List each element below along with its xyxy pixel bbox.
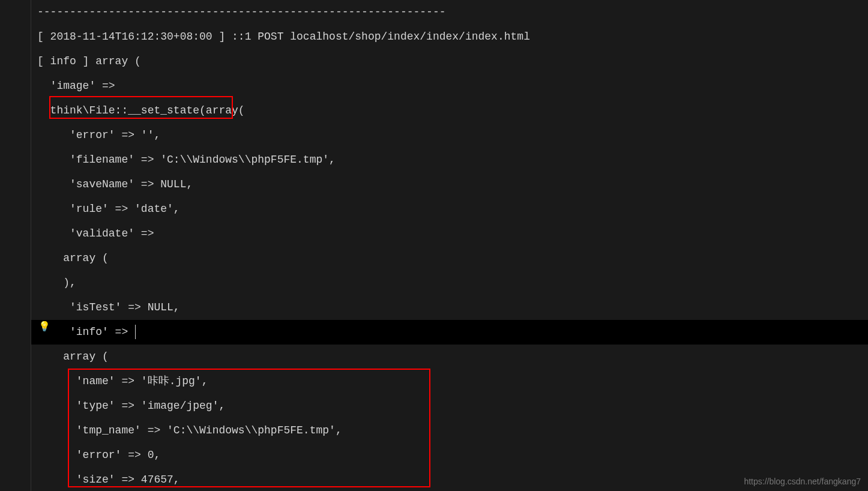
code-line: 'type' => 'image/jpeg', [37, 394, 868, 418]
log-savename: 'saveName' => NULL, [37, 178, 193, 190]
log-image-key: 'image' => [37, 80, 121, 92]
watermark-text: https://blog.csdn.net/fangkang7 [744, 477, 861, 486]
code-line: ----------------------------------------… [37, 0, 868, 25]
log-validate-close: ), [37, 277, 76, 289]
log-error-empty: 'error' => '', [37, 129, 160, 141]
code-area[interactable]: ----------------------------------------… [31, 0, 868, 491]
log-request-line: [ 2018-11-14T16:12:30+08:00 ] ::1 POST l… [37, 31, 530, 43]
code-line: 'error' => 0, [37, 443, 868, 468]
log-info-key: 'info' => [37, 326, 134, 338]
log-istest: 'isTest' => NULL, [37, 301, 180, 313]
log-validate: 'validate' => [37, 227, 160, 239]
log-size: 'size' => 47657, [37, 474, 180, 486]
code-line: 'info' => [37, 320, 868, 345]
code-line: ), [37, 271, 868, 295]
code-line: [ 2018-11-14T16:12:30+08:00 ] ::1 POST l… [37, 25, 868, 49]
text-cursor [135, 325, 136, 339]
log-info-array: [ info ] array ( [37, 55, 141, 67]
code-line: 'size' => 47657, [37, 468, 868, 491]
code-line: array ( [37, 246, 868, 271]
log-info-array-open: array ( [37, 351, 109, 363]
log-file-name: 'name' => '咔咔.jpg', [37, 375, 208, 387]
log-tmp-name: 'tmp_name' => 'C:\\Windows\\phpF5FE.tmp'… [37, 424, 342, 436]
code-line: 'validate' => [37, 221, 868, 246]
code-line: 'error' => '', [37, 123, 868, 148]
log-think-file: think\File::__set_state(array( [37, 104, 245, 116]
log-file-type: 'type' => 'image/jpeg', [37, 400, 225, 412]
log-rule: 'rule' => 'date', [37, 203, 180, 215]
code-line: 'isTest' => NULL, [37, 295, 868, 320]
code-line: 'rule' => 'date', [37, 197, 868, 221]
code-line: 'image' => [37, 74, 868, 98]
code-line: think\File::__set_state(array( [37, 98, 868, 123]
log-error-zero: 'error' => 0, [37, 449, 160, 461]
editor-gutter [0, 0, 31, 491]
log-validate-array: array ( [37, 252, 109, 264]
log-separator: ----------------------------------------… [37, 6, 446, 18]
log-filename: 'filename' => 'C:\\Windows\\phpF5FE.tmp'… [37, 154, 336, 166]
lightbulb-icon[interactable]: 💡 [38, 321, 50, 333]
code-editor: ----------------------------------------… [0, 0, 868, 491]
code-line: 'name' => '咔咔.jpg', [37, 369, 868, 394]
code-line: 'filename' => 'C:\\Windows\\phpF5FE.tmp'… [37, 148, 868, 172]
code-line: 'saveName' => NULL, [37, 172, 868, 197]
code-line: array ( [37, 345, 868, 369]
code-line: [ info ] array ( [37, 49, 868, 74]
code-line: 'tmp_name' => 'C:\\Windows\\phpF5FE.tmp'… [37, 418, 868, 443]
